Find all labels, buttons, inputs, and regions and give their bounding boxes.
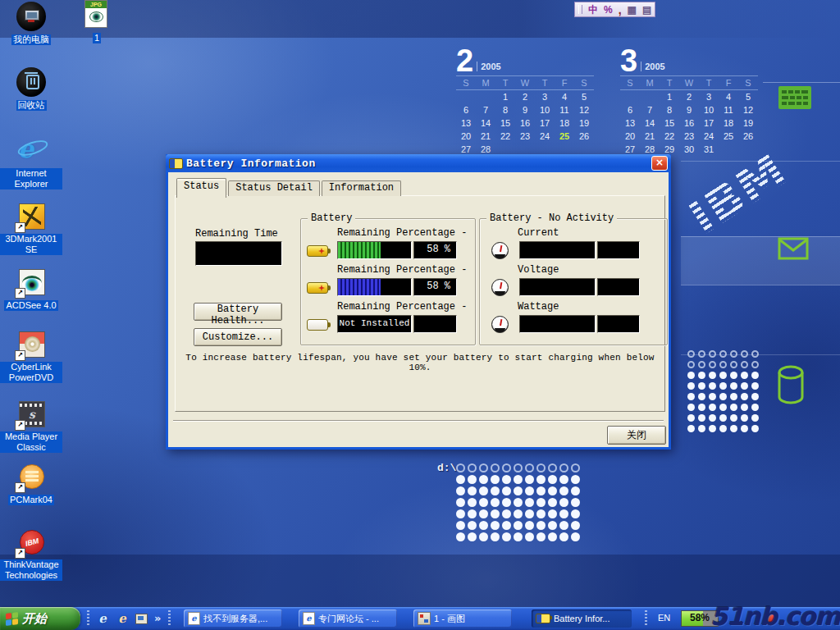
language-bar[interactable]: 中 % , ▦ ▤ — [574, 2, 655, 17]
task-label: Battery Infor... — [554, 614, 609, 623]
wallpaper-dot — [709, 425, 716, 432]
wallpaper-dot — [709, 361, 716, 368]
tab-status-detail[interactable]: Status Detail — [228, 180, 320, 196]
quicklaunch-show-desktop-icon[interactable] — [134, 611, 148, 626]
ime-punctuation-icon[interactable]: , — [619, 5, 622, 15]
icon-label: 1 — [93, 33, 101, 43]
calendar-day-header: M — [476, 75, 495, 90]
wallpaper-dot — [687, 393, 695, 400]
ime-keyboard-icon[interactable]: ▦ — [628, 5, 637, 15]
calendar-day — [719, 143, 738, 156]
calendar-day: 12 — [574, 103, 594, 116]
calendar-day-header: W — [515, 75, 535, 90]
language-bar-grip[interactable] — [578, 5, 582, 14]
wallpaper-dot — [741, 404, 748, 411]
calendar-day-header: T — [495, 75, 515, 90]
dialog-titlebar[interactable]: Battery Information × — [166, 154, 671, 172]
icon-label: ACDSee 4.0 — [4, 300, 57, 311]
wallpaper-dot — [456, 498, 465, 507]
desktop-icon-powerdvd[interactable]: ↗ CyberLink PowerDVD — [0, 330, 62, 384]
quicklaunch-outlook-icon[interactable]: e — [115, 611, 130, 626]
wallpaper-dot — [456, 532, 465, 541]
quicklaunch-ie-icon[interactable]: e — [95, 611, 110, 626]
wallpaper-dot — [468, 486, 477, 495]
close-icon[interactable]: × — [651, 156, 668, 171]
tray-red-icon[interactable] — [765, 614, 775, 624]
calendar-day: 6 — [620, 103, 640, 116]
calendar-month-number: 3 — [620, 48, 637, 74]
desktop-icon-my-computer[interactable]: 我的电脑 — [0, 2, 62, 46]
wallpaper-dot — [698, 382, 705, 390]
wallpaper-dot — [719, 382, 727, 390]
desktop-icon-pcmark04[interactable]: ↗ PCMark04 — [0, 462, 62, 506]
wallpaper-dot — [468, 532, 477, 541]
taskbar-separator[interactable] — [168, 610, 171, 627]
quicklaunch-overflow-chevron[interactable]: » — [154, 611, 161, 626]
calendar-day: 10 — [535, 103, 555, 116]
wallpaper-dot — [719, 425, 727, 432]
calendar-day: 4 — [555, 90, 574, 103]
taskbar-task-paint[interactable]: 1 - 画图 — [413, 609, 512, 628]
envelope-icon — [778, 236, 809, 261]
tab-information[interactable]: Information — [322, 180, 401, 196]
wallpaper-dot — [719, 361, 727, 368]
jpg-file-icon: JPG — [84, 0, 107, 28]
paint-icon — [418, 612, 431, 625]
battery-charged-icon — [307, 282, 328, 294]
wallpaper-dot — [548, 475, 557, 484]
calendar-year: 2005 — [641, 62, 664, 71]
taskbar-separator[interactable] — [87, 610, 89, 627]
start-button[interactable]: 开始 — [0, 607, 80, 630]
wallpaper-dot — [698, 393, 705, 400]
desktop-icon-internet-explorer[interactable]: e Internet Explorer — [0, 136, 62, 190]
voltage-display — [519, 278, 596, 296]
wallpaper-dot — [491, 475, 500, 484]
tab-status[interactable]: Status — [176, 178, 226, 198]
wallpaper-dot — [502, 475, 511, 484]
taskbar-task-server-not-found[interactable]: e 找不到服务器,... — [184, 609, 282, 628]
tray-battery-meter[interactable]: 58% — [681, 610, 719, 627]
taskbar-task-battery-information[interactable]: Battery Infor... — [532, 609, 632, 628]
wallpaper-dot — [468, 498, 477, 507]
desktop-icon-jpg-file[interactable]: JPG 1 — [79, 0, 115, 44]
cylinder-icon — [776, 364, 806, 405]
wallpaper-dot — [730, 425, 737, 432]
calendar-day-header: F — [719, 75, 738, 90]
battery-health-button[interactable]: Battery Health... — [194, 303, 282, 321]
ime-fullwidth-icon[interactable]: % — [604, 5, 613, 15]
wallpaper-dot — [548, 532, 557, 541]
desktop-icon-recycle-bin[interactable]: 回收站 — [0, 67, 62, 112]
calendar-day-header: W — [679, 75, 699, 90]
calendar-day: 14 — [640, 116, 660, 130]
ime-menu-icon[interactable]: ▤ — [642, 5, 651, 15]
remaining-percentage-label: Remaining Percentage - — [337, 301, 467, 313]
desktop-icon-3dmark2001[interactable]: ↗ 3DMark2001 SE — [0, 202, 62, 256]
calendar-grid: SMTWTFS123456789101112131415161718192021… — [620, 75, 761, 156]
ime-chinese-mode-icon[interactable]: 中 — [588, 5, 598, 15]
calendar-day: 24 — [535, 130, 555, 143]
wallpaper-dot — [698, 425, 705, 432]
icon-label: ThinkVantage Technologies — [0, 559, 62, 581]
wattage-label: Wattage — [518, 301, 559, 313]
wallpaper-dot — [571, 532, 580, 541]
icon-label: PCMark04 — [8, 495, 54, 505]
calendar-day: 22 — [495, 130, 515, 143]
taskbar-task-forum[interactable]: e 专门网论坛 - ... — [299, 609, 397, 628]
calendar-day: 2 — [515, 90, 535, 103]
desktop-icon-acdsee[interactable]: ↗ ACDSee 4.0 — [0, 267, 62, 312]
desktop-icon-thinkvantage[interactable]: IBM↗ ThinkVantage Technologies — [0, 527, 62, 582]
desktop-icon-media-player-classic[interactable]: s↗ Media Player Classic — [0, 399, 62, 454]
battery-empty-icon — [307, 319, 328, 331]
language-indicator[interactable]: EN — [658, 613, 670, 623]
customize-button[interactable]: Customize... — [194, 328, 282, 346]
wallpaper-dot — [571, 509, 580, 518]
wallpaper-dot — [502, 486, 511, 495]
calendar-day-header: F — [555, 75, 574, 90]
remaining-percentage-label: Remaining Percentage - — [337, 264, 467, 276]
battery-charged-icon — [307, 245, 328, 257]
icon-label: Media Player Classic — [0, 431, 62, 453]
wallpaper-dot — [719, 414, 727, 422]
calendar-day: 31 — [699, 143, 719, 156]
close-button[interactable]: 关闭 — [607, 426, 666, 445]
calendar-day — [738, 143, 758, 156]
